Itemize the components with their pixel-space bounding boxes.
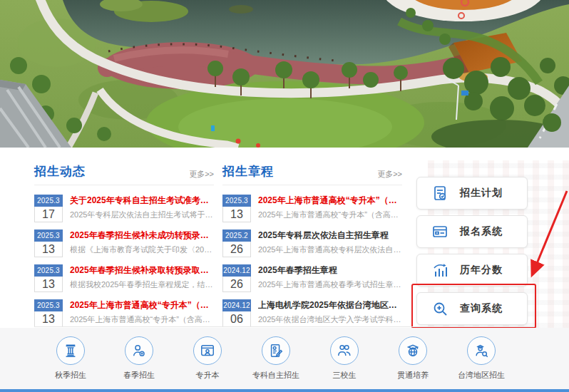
people-icon (337, 343, 352, 359)
news-item[interactable]: 2024.12 26 2025年春季招生章程 2025年上海市普通高校春季考试招… (222, 264, 402, 293)
quick-link-taiwan-region-admission[interactable]: 台湾地区招生 (447, 336, 516, 381)
quick-links-section: 秋季招生 春季招生 (0, 328, 569, 389)
campus-photo-illustration (0, 0, 569, 148)
quick-link-upgrade-to-bachelor[interactable]: 专升本 (173, 336, 242, 381)
quick-links-row: 秋季招生 春季招生 (36, 336, 516, 381)
graduate-search-icon (473, 343, 489, 359)
window-person-icon (200, 343, 215, 359)
section-title: 招生动态 (34, 163, 86, 180)
news-item-summary: 根据我校2025年春季招生章程规定，结合考生录取专业... (70, 279, 214, 290)
quick-link-label: 专升本 (196, 370, 220, 381)
date-badge: 2024.12 26 (222, 264, 251, 293)
date-badge: 2025.3 13 (34, 229, 63, 258)
sidebar-button-registration-system[interactable]: 报名系统 (416, 215, 528, 248)
news-list: 2025.3 13 2025年上海市普通高校“专升本”（含高本贯通）招... 2… (222, 195, 402, 328)
quick-link-label: 秋季招生 (55, 370, 86, 381)
news-item-summary: 2025年依据台湾地区大学入学考试学科能力测试成绩招收... (258, 314, 402, 325)
news-item-summary: 2025年上海市普通高校“专升本”（含高本贯通）招生... (70, 314, 214, 325)
news-item-title[interactable]: 2025年春季招生候补未成功转预录取考生名单公示 (70, 229, 214, 242)
quick-link-label: 专科自主招生 (252, 370, 299, 381)
column-icon (63, 343, 78, 359)
quick-link-three-school-students[interactable]: 三校生 (310, 336, 379, 381)
date-badge: 2025.3 13 (34, 264, 63, 293)
news-item[interactable]: 2025.3 13 2025年春季招生候补录取转预录取资格名单公示 根据我校20… (34, 264, 214, 293)
news-item-title[interactable]: 2025年春季招生候补录取转预录取资格名单公示 (70, 264, 214, 277)
sidebar-button-label: 历年分数 (460, 264, 503, 277)
date-badge: 2024.12 06 (222, 299, 251, 328)
news-item[interactable]: 2025.2 26 2025年专科层次依法自主招生章程 2025年上海市普通高校… (222, 229, 402, 258)
footer-accent-bar (0, 389, 569, 392)
news-item-title[interactable]: 上海电机学院2025年依据台湾地区大学入学考试学科... (258, 299, 402, 311)
news-item-summary: 2025年上海市普通高校专科层次依法自主招生章程一、院... (258, 244, 402, 255)
quick-link-label: 春季招生 (123, 370, 155, 381)
section-title: 招生章程 (222, 163, 274, 180)
date-badge: 2025.3 13 (34, 299, 63, 328)
news-item[interactable]: 2025.3 13 2025年上海市普通高校“专升本”（含高本贯通）招... 2… (34, 299, 214, 328)
quick-link-label: 三校生 (333, 370, 357, 381)
campus-photo (0, 0, 569, 148)
quick-link-spring-admission[interactable]: 春季招生 (105, 336, 173, 381)
news-item-title[interactable]: 2025年春季招生章程 (258, 264, 402, 277)
divider (34, 326, 533, 327)
news-item[interactable]: 2024.12 06 上海电机学院2025年依据台湾地区大学入学考试学科... … (222, 299, 402, 328)
section-header: 招生动态 更多>> (34, 163, 214, 185)
date-badge: 2025.3 17 (34, 195, 63, 223)
news-item[interactable]: 2025.3 13 2025年上海市普通高校“专升本”（含高本贯通）招... 2… (222, 195, 402, 223)
sidebar-button-query-system[interactable]: 查询系统 (416, 292, 528, 325)
registration-system-icon (431, 223, 448, 240)
news-item-summary: 2025年专科层次依法自主招生考试将于2025年3月22日... (70, 210, 214, 220)
news-item[interactable]: 2025.3 13 2025年春季招生候补未成功转预录取考生名单公示 根据《上海… (34, 229, 214, 258)
quick-link-vocational-independent-admission[interactable]: 专科自主招生 (242, 336, 310, 381)
date-badge: 2025.2 26 (222, 229, 251, 258)
document-pencil-icon (268, 343, 284, 359)
news-item[interactable]: 2025.3 17 关于2025年专科自主招生考试准考证打印的通知 2025年专… (34, 195, 214, 223)
section-header: 招生章程 更多>> (222, 163, 402, 185)
news-item-title[interactable]: 2025年上海市普通高校“专升本”（含高本贯通）招... (70, 299, 214, 311)
historical-scores-icon (431, 262, 448, 279)
quick-link-label: 台湾地区招生 (458, 370, 505, 381)
news-list: 2025.3 17 关于2025年专科自主招生考试准考证打印的通知 2025年专… (34, 195, 214, 328)
sidebar-button-label: 招生计划 (460, 187, 503, 200)
sidebar-button-label: 报名系统 (460, 225, 503, 238)
more-link[interactable]: 更多>> (377, 169, 402, 180)
globe-cap-icon (405, 343, 421, 359)
admissions-homepage: 招生动态 更多>> 2025.3 17 关于2025年专科自主招生考试准考证打印… (0, 0, 569, 392)
quick-access-sidebar: 招生计划 报名系统 历年分数 (416, 177, 528, 331)
quick-link-label: 贯通培养 (397, 370, 429, 381)
date-badge: 2025.3 13 (222, 195, 251, 223)
news-item-title[interactable]: 2025年上海市普通高校“专升本”（含高本贯通）招... (258, 195, 402, 207)
section-admission-news: 招生动态 更多>> 2025.3 17 关于2025年专科自主招生考试准考证打印… (34, 163, 214, 334)
news-item-summary: 2025年上海市普通高校“专升本”（含高本贯通）招生章... (258, 210, 402, 220)
news-item-title[interactable]: 2025年专科层次依法自主招生章程 (258, 229, 402, 242)
admission-plan-icon (431, 185, 448, 202)
quick-link-through-training[interactable]: 贯通培养 (379, 336, 447, 381)
news-item-summary: 2025年上海市普通高校春季考试招生章程一、院校全称上... (258, 279, 402, 290)
news-item-summary: 根据《上海市教育考试院关于印发〈2025年上海市普通... (70, 244, 214, 255)
sidebar-button-historical-scores[interactable]: 历年分数 (416, 254, 528, 287)
quick-link-autumn-admission[interactable]: 秋季招生 (36, 336, 105, 381)
more-link[interactable]: 更多>> (189, 169, 214, 180)
person-add-icon (131, 343, 147, 359)
sidebar-button-admission-plan[interactable]: 招生计划 (416, 177, 528, 210)
section-admission-charter: 招生章程 更多>> 2025.3 13 2025年上海市普通高校“专升本”（含高… (222, 163, 402, 334)
news-item-title[interactable]: 关于2025年专科自主招生考试准考证打印的通知 (70, 195, 214, 207)
query-system-icon (431, 300, 448, 317)
sidebar-button-label: 查询系统 (460, 302, 503, 315)
